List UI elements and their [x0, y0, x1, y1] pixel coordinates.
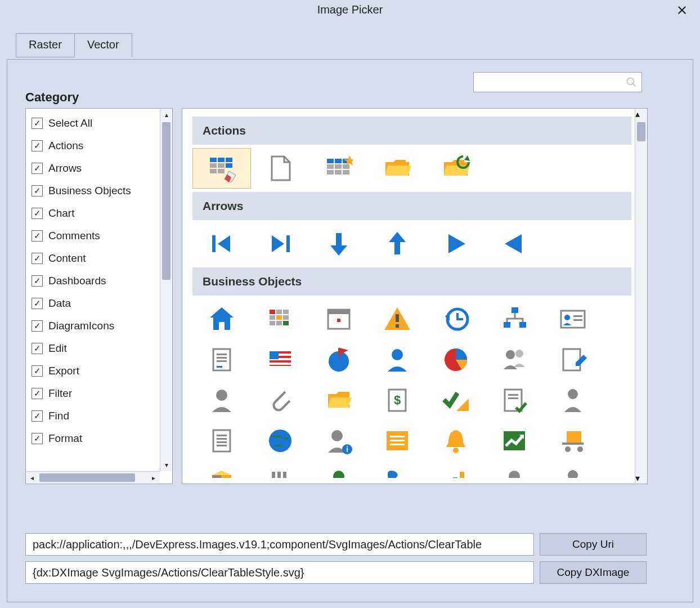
copy-uri-button[interactable]: Copy Uri [540, 533, 647, 556]
close-icon[interactable] [674, 2, 690, 18]
checkbox-icon[interactable]: ✓ [32, 140, 43, 151]
list-orange-icon[interactable] [368, 421, 427, 461]
people-icon[interactable] [485, 339, 544, 380]
category-item[interactable]: ✓Actions [26, 135, 160, 157]
search-input[interactable] [478, 77, 626, 88]
paperclip-icon[interactable] [251, 380, 309, 421]
user-green-icon[interactable] [309, 461, 368, 478]
scroll-up-icon[interactable]: ▴ [160, 109, 173, 121]
id-card-icon[interactable] [544, 299, 602, 339]
package-icon[interactable] [192, 461, 251, 478]
play-left-icon[interactable] [485, 223, 544, 264]
clear-table-style-icon[interactable] [192, 148, 251, 189]
checkbox-icon[interactable]: ✓ [32, 118, 43, 129]
cart-icon[interactable] [544, 421, 602, 461]
user-gray2-icon[interactable] [485, 461, 544, 478]
checkbox-icon[interactable]: ✓ [32, 163, 43, 174]
last-icon[interactable] [251, 223, 309, 264]
org-chart-icon[interactable] [485, 299, 544, 339]
gallery-vscroll[interactable]: ▴ ▾ [635, 109, 647, 484]
category-hscroll[interactable]: ◂ ▸ [26, 471, 160, 484]
checkbox-icon[interactable]: ✓ [32, 388, 43, 399]
pie-chart-icon[interactable] [427, 339, 485, 380]
calendar-icon[interactable] [309, 299, 368, 339]
tab-raster[interactable]: Raster [16, 33, 75, 57]
checks-icon[interactable] [427, 380, 485, 421]
checkbox-icon[interactable]: ✓ [32, 208, 43, 219]
new-grid-icon[interactable] [309, 148, 368, 189]
category-item[interactable]: ✓Comments [26, 225, 160, 247]
category-item[interactable]: ✓Edit [26, 337, 160, 360]
category-item[interactable]: ✓Chart [26, 202, 160, 225]
category-item-label: Select All [48, 117, 92, 129]
checkbox-icon[interactable]: ✓ [32, 410, 43, 422]
globe-icon[interactable] [251, 421, 309, 461]
document-lines-icon[interactable] [192, 339, 251, 380]
dximage-field[interactable]: {dx:DXImage SvgImages/Actions/ClearTable… [25, 561, 534, 584]
checkbox-icon[interactable]: ✓ [32, 320, 43, 332]
category-item[interactable]: ✓Format [26, 427, 160, 450]
checkbox-icon[interactable]: ✓ [32, 343, 43, 354]
checkbox-icon[interactable]: ✓ [32, 433, 43, 444]
home-icon[interactable] [192, 299, 251, 339]
category-item[interactable]: ✓Content [26, 247, 160, 270]
checkbox-icon[interactable]: ✓ [32, 298, 43, 309]
gallery-scroll-down-icon[interactable]: ▾ [635, 473, 640, 484]
checkbox-icon[interactable]: ✓ [32, 230, 43, 242]
user-tie-icon[interactable] [544, 461, 602, 478]
category-item[interactable]: ✓Select All [26, 112, 160, 135]
doc-check-icon[interactable] [485, 380, 544, 421]
hscroll-thumb[interactable] [39, 473, 135, 482]
stock-up-icon[interactable] [485, 421, 544, 461]
icon-gallery: ActionsArrowsBusiness Objects ▴ ▾ [182, 108, 648, 484]
checkbox-icon[interactable]: ✓ [32, 253, 43, 264]
bar-chart-icon[interactable] [427, 461, 485, 478]
copy-dximage-button[interactable]: Copy DXImage [540, 561, 647, 584]
user-gray-icon[interactable] [192, 380, 251, 421]
phone-icon[interactable] [368, 461, 427, 478]
category-item[interactable]: ✓Export [26, 360, 160, 382]
scroll-down-icon[interactable]: ▾ [160, 459, 173, 471]
person-blue-icon[interactable] [368, 339, 427, 380]
category-item[interactable]: ✓Dashboards [26, 270, 160, 292]
first-icon[interactable] [192, 223, 251, 264]
open-folder-icon[interactable] [368, 148, 427, 189]
uri-field[interactable]: pack://application:,,,/DevExpress.Images… [25, 533, 534, 556]
category-item[interactable]: ✓Arrows [26, 157, 160, 180]
globe-flag-icon[interactable] [309, 339, 368, 380]
checkbox-icon[interactable]: ✓ [32, 185, 43, 196]
business-person-icon[interactable] [544, 380, 602, 421]
down-icon[interactable] [309, 223, 368, 264]
user-info-icon[interactable] [309, 421, 368, 461]
checkbox-icon[interactable]: ✓ [32, 365, 43, 377]
play-icon[interactable] [427, 223, 485, 264]
factory-icon[interactable] [251, 461, 309, 478]
refresh-folder-icon[interactable] [427, 148, 485, 189]
category-item-label: Edit [48, 342, 67, 355]
tab-vector[interactable]: Vector [74, 33, 132, 57]
search-box[interactable] [473, 72, 642, 92]
category-item[interactable]: ✓DiagramIcons [26, 315, 160, 337]
category-item[interactable]: ✓Filter [26, 382, 160, 405]
category-item[interactable]: ✓Find [26, 405, 160, 427]
scroll-thumb[interactable] [162, 122, 170, 280]
scroll-left-icon[interactable]: ◂ [26, 472, 38, 484]
category-item[interactable]: ✓Data [26, 292, 160, 315]
flag-us-icon[interactable] [251, 339, 309, 380]
warning-icon[interactable] [368, 299, 427, 339]
history-icon[interactable] [427, 299, 485, 339]
edit-doc-icon[interactable] [544, 339, 602, 380]
bell-icon[interactable] [427, 421, 485, 461]
doc-text-icon[interactable] [192, 421, 251, 461]
up-icon[interactable] [368, 223, 427, 264]
grid-color-icon[interactable] [251, 299, 309, 339]
invoice-icon[interactable] [368, 380, 427, 421]
new-file-icon[interactable] [251, 148, 309, 189]
scroll-right-icon[interactable]: ▸ [147, 472, 160, 484]
folder-yellow-icon[interactable] [309, 380, 368, 421]
gallery-scroll-thumb[interactable] [637, 122, 645, 141]
checkbox-icon[interactable]: ✓ [32, 275, 43, 287]
gallery-scroll-up-icon[interactable]: ▴ [635, 109, 647, 119]
category-vscroll[interactable]: ▴ ▾ [160, 109, 172, 471]
category-item[interactable]: ✓Business Objects [26, 180, 160, 202]
